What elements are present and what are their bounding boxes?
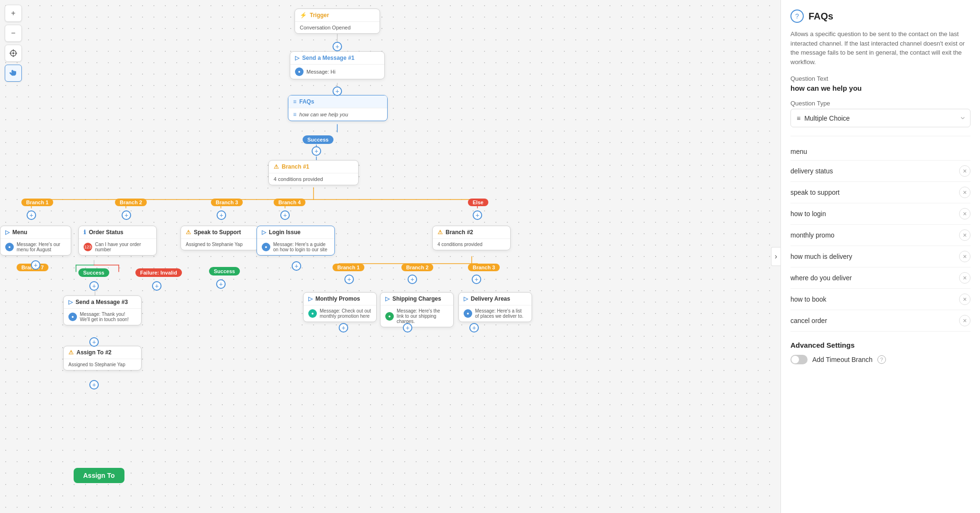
plus-connector-1[interactable]: + — [333, 42, 342, 51]
success-badge-main: Success — [303, 135, 333, 144]
center-button[interactable] — [5, 45, 22, 62]
plus-menu-bottom[interactable]: + — [31, 260, 40, 270]
question-text-label: Question Text — [790, 75, 970, 82]
branch-pill-else[interactable]: Else — [468, 199, 488, 206]
plus-order-success[interactable]: + — [89, 281, 99, 291]
remove-answer-6[interactable]: × — [959, 251, 970, 262]
hand-tool-button[interactable] — [5, 65, 22, 82]
answer-item-5: monthly promo × — [790, 225, 970, 246]
answer-text-6: how much is delivery — [790, 253, 852, 260]
remove-answer-2[interactable]: × — [959, 165, 970, 177]
assign-to2-node[interactable]: ⚠ Assign To #2 Assigned to Stephanie Yap — [63, 346, 142, 370]
plus-sub-2[interactable]: + — [408, 275, 417, 284]
order-status-node[interactable]: ℹ Order Status 123 Can I have your order… — [78, 226, 157, 256]
plus-connector-3[interactable]: + — [312, 146, 321, 156]
plus-delivery-bottom[interactable]: + — [469, 323, 479, 332]
promos-msg-icon: ● — [308, 309, 317, 318]
answer-item-7: where do you deliver × — [790, 267, 970, 289]
flow-canvas[interactable]: + − — [0, 0, 780, 513]
answer-item-9: cancel order × — [790, 310, 970, 332]
answer-text-8: how to book — [790, 295, 827, 303]
plus-branch-1[interactable]: + — [27, 210, 36, 220]
collapse-panel-button[interactable]: › — [771, 247, 780, 266]
faq-icon: ≡ — [293, 98, 296, 105]
plus-shipping-bottom[interactable]: + — [403, 323, 412, 332]
plus-connector-2[interactable]: + — [333, 86, 342, 96]
plus-branch-else[interactable]: + — [473, 210, 482, 220]
zoom-out-button[interactable]: − — [5, 25, 22, 42]
multiple-choice-icon: ≡ — [797, 114, 800, 122]
delivery-areas-node[interactable]: ▷ Delivery Areas ● Message: Here's a lis… — [458, 292, 532, 322]
monthly-promos-node[interactable]: ▷ Monthly Promos ● Message: Check out ou… — [303, 292, 377, 322]
sub-branch-pill-3[interactable]: Branch 3 — [468, 264, 500, 271]
shipping-icon: ▷ — [385, 295, 390, 302]
timeout-toggle[interactable] — [790, 355, 808, 364]
assign-to-badge[interactable]: Assign To — [74, 468, 124, 483]
branch2-node[interactable]: ⚠ Branch #2 4 conditions provided — [432, 226, 511, 250]
question-type-dropdown[interactable]: ≡ Multiple Choice › — [790, 109, 970, 127]
login-issue-node[interactable]: ▷ Login Issue ● Message: Here's a guide … — [257, 226, 335, 256]
answer-item-3: speak to support × — [790, 182, 970, 203]
plus-assign2-bottom[interactable]: + — [89, 380, 99, 390]
plus-sub-3[interactable]: + — [472, 275, 481, 284]
answer-text-7: where do you deliver — [790, 274, 852, 282]
panel-question-icon: ? — [790, 10, 804, 23]
plus-branch-4[interactable]: + — [280, 210, 290, 220]
plus-login-bottom[interactable]: + — [292, 261, 301, 271]
branch-pill-2[interactable]: Branch 2 — [115, 199, 147, 206]
plus-send3-bottom[interactable]: + — [89, 337, 99, 347]
branch-pill-4[interactable]: Branch 4 — [274, 199, 305, 206]
answers-list: menu delivery status × speak to support … — [790, 143, 970, 332]
collapse-icon: › — [775, 252, 777, 261]
plus-speak-bottom[interactable]: + — [216, 279, 226, 289]
answer-item-1: menu — [790, 143, 970, 161]
faqs-node[interactable]: ≡ FAQs ≡ how can we help you — [288, 95, 388, 121]
connector-lines — [0, 0, 780, 513]
question-type-label: Question Type — [790, 100, 970, 107]
delivery-msg-icon: ● — [464, 309, 472, 318]
order-status-icon: ℹ — [84, 229, 86, 236]
order-msg-icon: 123 — [84, 243, 92, 251]
remove-answer-7[interactable]: × — [959, 272, 970, 284]
timeout-label: Add Timeout Branch — [812, 356, 873, 363]
advanced-settings-label: Advanced Settings — [790, 341, 970, 349]
timeout-help-icon[interactable]: ? — [877, 355, 886, 364]
zoom-in-button[interactable]: + — [5, 5, 22, 22]
divider-1 — [790, 136, 970, 136]
menu-send-icon: ▷ — [5, 229, 10, 236]
plus-branch-3[interactable]: + — [217, 210, 226, 220]
remove-answer-5[interactable]: × — [959, 229, 970, 241]
branch-pill-3[interactable]: Branch 3 — [211, 199, 243, 206]
question-type-value: Multiple Choice — [804, 114, 850, 122]
branch2-icon: ⚠ — [438, 229, 443, 236]
success-badge-order: Success — [78, 268, 109, 277]
remove-answer-4[interactable]: × — [959, 208, 970, 219]
sub-branch-pill-1[interactable]: Branch 1 — [333, 264, 364, 271]
plus-promos-bottom[interactable]: + — [339, 323, 348, 332]
plus-order-failure[interactable]: + — [152, 281, 162, 291]
plus-branch-2[interactable]: + — [122, 210, 131, 220]
speak-support-node[interactable]: ⚠ Speak to Support Assigned to Stephanie… — [181, 226, 259, 250]
shipping-msg-icon: ● — [385, 312, 394, 321]
remove-answer-3[interactable]: × — [959, 187, 970, 198]
shipping-charges-node[interactable]: ▷ Shipping Charges ● Message: Here's the… — [380, 292, 454, 327]
send-message-1-node[interactable]: ▷ Send a Message #1 ● Message: Hi — [290, 51, 385, 79]
answer-text-1: menu — [790, 148, 807, 155]
sub-branch-pill-2[interactable]: Branch 2 — [401, 264, 433, 271]
assign2-icon: ⚠ — [68, 349, 74, 356]
toolbar: + − — [5, 5, 22, 82]
panel-title: FAQs — [809, 11, 833, 22]
branch1-main-node[interactable]: ⚠ Branch #1 4 conditions provided — [268, 160, 359, 185]
login-msg-icon: ● — [262, 243, 270, 251]
branch-pill-1[interactable]: Branch 1 — [21, 199, 53, 206]
remove-answer-9[interactable]: × — [959, 315, 970, 326]
plus-sub-1[interactable]: + — [344, 275, 354, 284]
panel-header: ? FAQs — [790, 10, 970, 23]
remove-answer-8[interactable]: × — [959, 294, 970, 305]
answer-text-2: delivery status — [790, 167, 833, 175]
send-message-3-node[interactable]: ▷ Send a Message #3 ● Message: Thank you… — [63, 295, 142, 325]
menu-node[interactable]: ▷ Menu ● Message: Here's our menu for Au… — [0, 226, 71, 256]
trigger-node[interactable]: ⚡ Trigger Conversation Opened — [295, 9, 380, 34]
question-text-value: how can we help you — [790, 84, 970, 92]
answer-text-5: monthly promo — [790, 231, 835, 239]
